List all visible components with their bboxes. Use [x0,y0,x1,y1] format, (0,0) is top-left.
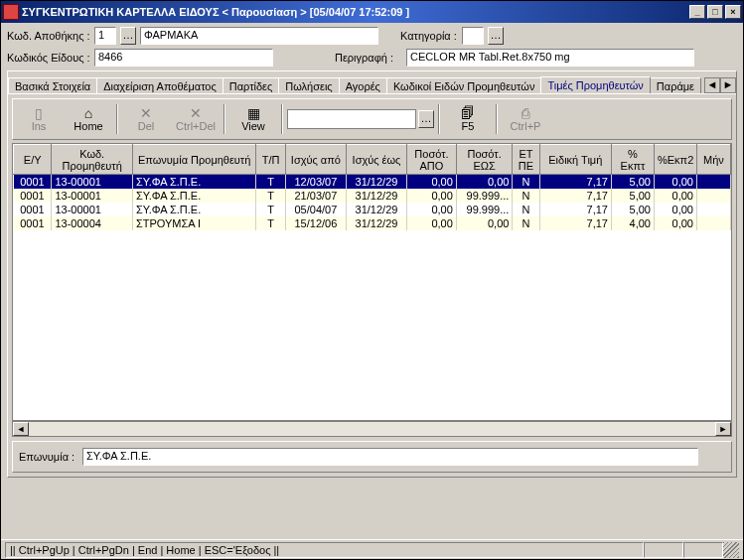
detail-panel: Επωνυμία : ΣΥ.ΦΑ Σ.Π.Ε. [12,441,732,473]
tab-container: Βασικά ΣτοιχείαΔιαχείριση ΑποθέματοςΠαρτ… [7,70,737,478]
tab-6[interactable]: Τιμές Προμηθευτών [540,76,650,93]
category-field[interactable] [462,27,484,45]
insert-icon: ▯ [35,106,43,120]
separator [438,104,440,134]
tab-scroll-left[interactable]: ◄ [704,77,720,93]
eponymia-label: Επωνυμία : [19,451,78,463]
warehouse-lookup-button[interactable]: … [120,27,136,45]
search-dropdown-button[interactable]: … [418,110,434,128]
statusbar: || Ctrl+PgUp | Ctrl+PgDn | End | Home | … [1,539,743,559]
window-title: ΣΥΓΚΕΝΤΡΩΤΙΚΗ ΚΑΡΤΕΛΛΑ ΕΙΔΟΥΣ < Παρουσία… [22,6,689,18]
toolbar: ▯Ins ⌂Home ✕Del ✕Ctrl+Del ▦View … 🗐F5 ⎙C… [12,98,732,140]
item-code-label: Κωδικός Είδους : [7,52,90,64]
delete-icon: ✕ [140,106,152,120]
ctrl-del-button[interactable]: ✕Ctrl+Del [172,101,220,137]
column-header[interactable]: Ποσότ. ΑΠΟ [407,145,457,175]
column-header[interactable]: %Εκπ2 [654,145,696,175]
view-button[interactable]: ▦View [229,101,277,137]
tab-5[interactable]: Κωδικοί Ειδών Προμηθευτών [386,77,541,93]
table-row[interactable]: 000113-00001ΣΥ.ΦΑ Σ.Π.Ε.Τ21/03/0731/12/2… [14,189,731,203]
column-header[interactable]: Επωνυμία Προμηθευτή [132,145,255,175]
view-icon: ▦ [247,106,260,120]
print-icon: ⎙ [521,106,529,120]
delete-button[interactable]: ✕Del [122,101,170,137]
separator [496,104,498,134]
column-header[interactable]: Ισχύς έως [346,145,406,175]
refresh-icon: 🗐 [461,106,475,120]
table-row[interactable]: 000113-00001ΣΥ.ΦΑ Σ.Π.Ε.Τ05/04/0731/12/2… [14,203,731,216]
column-header[interactable]: Ισχύς από [285,145,346,175]
tab-3[interactable]: Πωλήσεις [278,77,339,93]
home-icon: ⌂ [84,106,92,120]
status-text: || Ctrl+PgUp | Ctrl+PgDn | End | Home | … [5,542,644,558]
column-header[interactable]: Ειδική Τιμή [539,145,611,175]
insert-button[interactable]: ▯Ins [15,101,63,137]
horizontal-scrollbar[interactable]: ◄ ► [12,421,732,437]
refresh-button[interactable]: 🗐F5 [444,101,492,137]
separator [223,104,225,134]
column-header[interactable]: Μήν [696,145,730,175]
scroll-right-button[interactable]: ► [715,422,731,436]
separator [281,104,283,134]
tab-1[interactable]: Διαχείριση Αποθέματος [96,77,223,93]
grid[interactable]: Ε/ΥΚωδ. ΠρομηθευτήΕπωνυμία ΠρομηθευτήΤ/Π… [12,143,732,421]
status-seg-1 [644,542,683,558]
status-seg-2 [683,542,723,558]
minimize-button[interactable]: _ [689,5,705,19]
column-header[interactable]: Κωδ. Προμηθευτή [52,145,132,175]
print-button[interactable]: ⎙Ctrl+P [502,101,549,137]
column-header[interactable]: Ποσότ. ΕΩΣ [456,145,513,175]
warehouse-code-label: Κωδ. Αποθήκης : [7,30,90,42]
search-input[interactable] [287,109,416,129]
item-code-field[interactable]: 8466 [94,49,273,67]
table-row[interactable]: 000113-00004ΣΤΡΟΥΜΣΑ ΙΤ15/12/0631/12/290… [14,216,731,230]
delete-all-icon: ✕ [190,106,202,120]
column-header[interactable]: Ε/Υ [14,145,52,175]
warehouse-code-field[interactable]: 1 [94,27,116,45]
column-header[interactable]: % Εκπτ [611,145,654,175]
description-field[interactable]: CECLOR MR Tabl.Ret.8x750 mg [406,49,694,67]
category-lookup-button[interactable]: … [488,27,504,45]
category-label: Κατηγορία : [400,30,458,42]
warehouse-name-field[interactable]: ΦΑΡΜΑΚΑ [140,27,378,45]
table-row[interactable]: 000113-00001ΣΥ.ΦΑ Σ.Π.Ε.Τ12/03/0731/12/2… [14,175,731,190]
app-icon [3,4,19,20]
column-header[interactable]: Τ/Π [256,145,285,175]
tab-strip: Βασικά ΣτοιχείαΔιαχείριση ΑποθέματοςΠαρτ… [8,71,736,93]
eponymia-field[interactable]: ΣΥ.ΦΑ Σ.Π.Ε. [82,448,698,466]
tab-7[interactable]: Παράμε [650,77,701,93]
tab-4[interactable]: Αγορές [339,77,387,93]
tab-2[interactable]: Παρτίδες [223,77,280,93]
description-label: Περιγραφή : [335,52,402,64]
maximize-button[interactable]: □ [707,5,723,19]
tab-scroll-right[interactable]: ► [720,77,736,93]
home-button[interactable]: ⌂Home [65,101,112,137]
scroll-track[interactable] [29,422,715,436]
resize-grip[interactable] [723,542,739,558]
tab-0[interactable]: Βασικά Στοιχεία [8,77,97,93]
column-header[interactable]: ΕΤ ΠΕ [513,145,539,175]
close-button[interactable]: × [725,5,741,19]
separator [116,104,118,134]
scroll-left-button[interactable]: ◄ [13,422,29,436]
titlebar[interactable]: ΣΥΓΚΕΝΤΡΩΤΙΚΗ ΚΑΡΤΕΛΛΑ ΕΙΔΟΥΣ < Παρουσία… [1,1,743,23]
app-window: ΣΥΓΚΕΝΤΡΩΤΙΚΗ ΚΑΡΤΕΛΛΑ ΕΙΔΟΥΣ < Παρουσία… [0,0,744,560]
